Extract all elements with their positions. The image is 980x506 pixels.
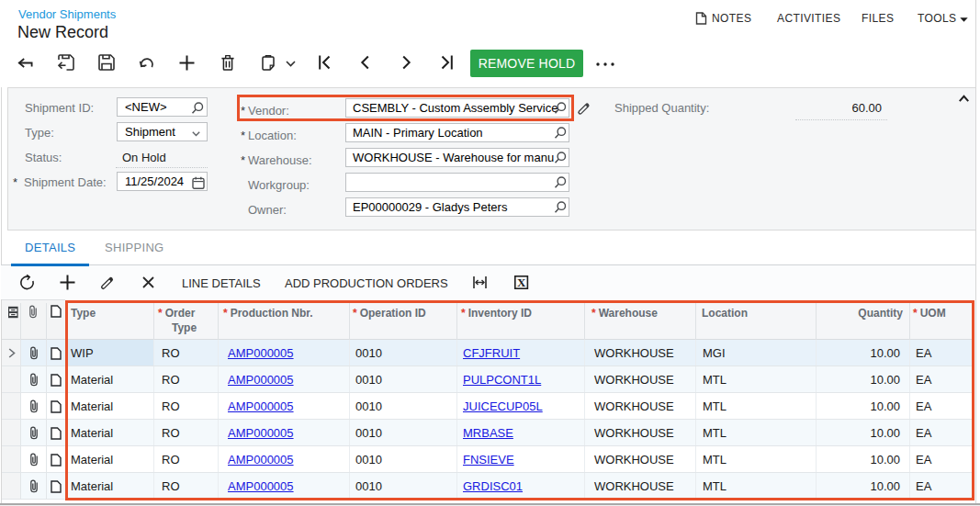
svg-text:X: X: [517, 275, 526, 289]
